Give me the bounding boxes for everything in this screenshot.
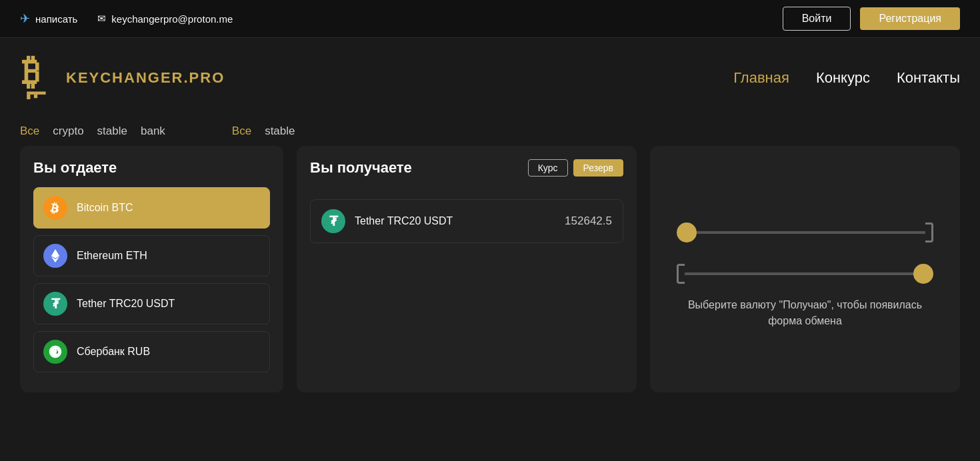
sber-label: Сбербанк RUB: [77, 346, 150, 358]
mail-icon: ✉: [97, 13, 106, 25]
give-panel: Вы отдаете Bitcoin BTC Ether: [20, 146, 283, 392]
btc-label: Bitcoin BTC: [77, 202, 133, 214]
receive-usdt-name: Tether TRC20 USDT: [355, 215, 453, 227]
slider-track-1: [697, 231, 925, 234]
slider-thumb-1[interactable]: [677, 223, 697, 242]
nav-links: Главная Конкурс Контакты: [733, 69, 960, 87]
sber-icon: [43, 340, 67, 364]
give-filters: Все crypto stable bank: [20, 125, 165, 138]
receive-panel-buttons: Курс Резерв: [528, 159, 623, 177]
slider-cap-left-2: [677, 264, 685, 284]
register-button[interactable]: Регистрация: [860, 7, 960, 30]
give-filter-all[interactable]: Все: [20, 125, 39, 138]
top-bar-right: Войти Регистрация: [783, 7, 960, 31]
receive-filter-stable[interactable]: stable: [265, 125, 295, 138]
give-panel-title: Вы отдаете: [33, 159, 270, 177]
give-filter-bank[interactable]: bank: [141, 125, 165, 138]
eth-label: Ethereum ETH: [77, 250, 147, 262]
currency-item-sber[interactable]: Сбербанк RUB: [33, 331, 270, 372]
svg-text:₿: ₿: [22, 52, 40, 91]
give-filter-crypto[interactable]: crypto: [53, 125, 83, 138]
receive-filter-all[interactable]: Все: [232, 125, 251, 138]
exchange-form-panel: Выберите валюту "Получаю", чтобы появила…: [650, 146, 960, 392]
slider-cap-right-1: [925, 223, 933, 242]
eth-icon: [43, 244, 67, 268]
exchange-grid: Вы отдаете Bitcoin BTC Ether: [20, 146, 960, 392]
usdt-icon: ₮: [43, 292, 67, 316]
currency-item-btc[interactable]: Bitcoin BTC: [33, 187, 270, 229]
currency-item-usdt[interactable]: ₮ Tether TRC20 USDT: [33, 283, 270, 324]
logo-area: ₿ KEYCHANGER.PRO: [20, 51, 225, 105]
btc-icon: [43, 196, 67, 220]
header: ₿ KEYCHANGER.PRO Главная Конкурс Контакт…: [0, 38, 980, 111]
login-button[interactable]: Войти: [783, 7, 851, 31]
exchange-hint: Выберите валюту "Получаю", чтобы появила…: [670, 297, 940, 329]
receive-panel-header: Вы получаете Курс Резерв: [310, 159, 623, 177]
slider-row-1: [677, 223, 933, 242]
nav-contest[interactable]: Конкурс: [816, 69, 870, 87]
usdt-label: Tether TRC20 USDT: [77, 298, 175, 310]
receive-panel-title: Вы получаете: [310, 159, 412, 177]
email-address: keychangerpro@proton.me: [111, 13, 233, 25]
currency-item-eth[interactable]: Ethereum ETH: [33, 235, 270, 276]
write-label: написать: [35, 13, 77, 25]
receive-item-usdt[interactable]: ₮ Tether TRC20 USDT 152642.5: [310, 199, 623, 243]
receive-usdt-value: 152642.5: [565, 215, 612, 228]
top-bar: ✈ написать ✉ keychangerpro@proton.me Вой…: [0, 0, 980, 38]
receive-filters: Все stable: [232, 125, 295, 138]
receive-panel: Вы получаете Курс Резерв ₮ Tether TRC20 …: [297, 146, 637, 392]
svg-rect-2: [27, 95, 30, 99]
top-bar-left: ✈ написать ✉ keychangerpro@proton.me: [20, 11, 233, 26]
slider-row-2: [677, 264, 933, 284]
logo-icon: ₿: [20, 51, 57, 105]
nav-home[interactable]: Главная: [733, 69, 789, 87]
receive-usdt-icon: ₮: [321, 209, 345, 233]
rate-button[interactable]: Курс: [528, 159, 568, 177]
slider-thumb-2[interactable]: [913, 264, 933, 284]
sliders-visual: [670, 209, 940, 297]
telegram-icon: ✈: [20, 11, 30, 26]
reserve-button[interactable]: Резерв: [573, 159, 623, 177]
svg-rect-1: [27, 91, 45, 94]
main-content: Все crypto stable bank Все stable Вы отд…: [0, 111, 980, 406]
write-link[interactable]: ✈ написать: [20, 11, 77, 26]
logo-text: KEYCHANGER.PRO: [66, 69, 225, 87]
give-filter-stable[interactable]: stable: [97, 125, 127, 138]
nav-contacts[interactable]: Контакты: [897, 69, 960, 87]
email-link[interactable]: ✉ keychangerpro@proton.me: [97, 13, 233, 25]
svg-rect-3: [34, 95, 37, 98]
receive-item-left: ₮ Tether TRC20 USDT: [321, 209, 453, 233]
slider-track-2: [685, 272, 913, 275]
